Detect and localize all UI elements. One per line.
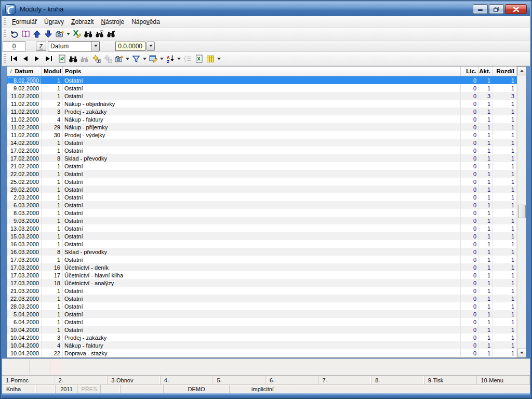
function-key-10[interactable]: 10-Menu [477,376,530,384]
book-button[interactable] [20,28,31,39]
locator-value-input[interactable]: 0.0.0000 [115,42,145,51]
table-row[interactable]: 17.03.200018Účetnictví - analýzy011 [7,279,526,287]
header-akt[interactable]: Akt. [479,66,493,76]
find-button[interactable] [83,28,94,39]
table-row[interactable]: 17.03.200017Účetnictví - hlavní kliha011 [7,271,526,279]
menu-item-nastroje[interactable]: Nástroje [97,17,128,27]
locator-value-dropdown[interactable] [147,42,155,51]
combo-dropdown-button[interactable] [91,42,99,51]
filter-caret[interactable] [142,53,148,64]
last-record-button[interactable] [43,53,54,64]
function-key-4[interactable]: 4- [161,376,214,384]
table-row[interactable]: 16.03.20001Ostatní011 [7,240,526,248]
table-row[interactable]: 6.03.20001Ostatní011 [7,201,526,209]
move-up-button[interactable] [31,28,43,39]
toolbar-grip[interactable] [4,30,6,38]
next-record-button[interactable] [31,53,43,64]
header-lic[interactable]: Lic. [461,66,479,76]
table-row[interactable]: 16.03.20008Sklad - převodky011 [7,248,526,256]
table-row[interactable]: 22.02.20001Ostatní011 [7,170,526,178]
table-row[interactable]: 22.03.20001Ostatní011 [7,295,526,302]
snapshot-button[interactable] [54,28,65,39]
vertical-scrollbar[interactable] [517,66,526,357]
z-button[interactable]: Z [36,42,46,51]
menu-item-zobrazit[interactable]: Zobrazit [68,17,97,27]
table-row[interactable]: 15.03.20001Ostatní011 [7,232,526,240]
function-key-1[interactable]: 1-Pomoc [2,376,55,384]
sort-button[interactable]: A Z [165,53,176,64]
function-key-7[interactable]: 7- [319,376,372,384]
table-row[interactable]: 10.04.20003Prodej - zakázky011 [7,334,526,341]
table-row[interactable]: 11.02.20004Nákup - faktury011 [7,115,526,123]
restore-button[interactable] [489,4,504,14]
first-record-button[interactable] [8,53,20,64]
sort-caret[interactable] [176,53,182,64]
table-row[interactable]: 28.03.20001Ostatní011 [7,302,526,310]
snapshot-caret[interactable] [125,53,130,64]
menu-item-upravy[interactable]: Úpravy [41,17,68,27]
table-row[interactable]: 8.03.20001Ostatní011 [7,209,526,217]
excel-export-button[interactable] [193,53,205,64]
header-modul[interactable]: Modul [42,66,63,76]
header-datum[interactable]: / Datum [7,66,42,76]
toolbar-grip[interactable] [4,18,6,25]
table-row[interactable]: 29.02.20001Ostatní011 [7,185,526,193]
find-button[interactable] [68,53,79,64]
table-row[interactable]: 9.02.20001Ostatní011 [7,84,526,92]
find-again-button[interactable] [94,28,105,39]
table-row[interactable]: 9.03.20001Ostatní011 [7,217,526,224]
table-row[interactable]: 13.03.20001Ostatní011 [7,224,526,232]
undo-button[interactable] [8,28,20,39]
table-row[interactable]: 14.02.20001Ostatní011 [7,139,526,147]
table-row[interactable]: 11.02.20003Prodej - zakázky011 [7,108,526,115]
edit-form-button[interactable] [148,53,159,64]
function-key-2[interactable]: 2- [55,376,108,384]
function-key-9[interactable]: 9-Tisk [424,376,477,384]
table-row[interactable]: 17.03.200016Účetnictví - deník011 [7,263,526,271]
move-down-button[interactable] [43,28,54,39]
table-row[interactable]: 2.03.20001Ostatní011 [7,193,526,201]
filter-button[interactable] [130,53,142,64]
add-record-button[interactable] [90,53,102,64]
table-row[interactable]: 5.04.20001Ostatní011 [7,310,526,318]
menu-item-formular[interactable]: Formulář [8,17,41,27]
field-selector-combo[interactable]: Datum [48,41,100,51]
snapshot-button[interactable] [113,53,125,64]
table-row[interactable]: 10.04.20004Nákup - faktury011 [7,341,526,349]
table-row[interactable]: 21.03.20001Ostatní011 [7,287,526,295]
table-row[interactable]: 8.02.20001Ostatní011 [7,76,526,84]
columns-caret[interactable] [216,53,222,64]
excel-edit-button[interactable] [71,28,83,39]
function-key-5[interactable]: 5- [213,376,266,384]
table-row[interactable]: 17.02.20008Sklad - převodky011 [7,154,526,162]
header-rozdil[interactable]: Rozdíl [493,66,517,76]
menu-item-napoveda[interactable]: Nápověda [128,17,164,27]
function-key-8[interactable]: 8- [371,376,424,384]
table-row[interactable]: 11.02.200030Prodej - výdejky011 [7,131,526,139]
app-icon[interactable] [5,4,16,15]
close-button[interactable] [505,4,527,14]
table-row[interactable]: 11.02.200029Nákup - příjemky011 [7,123,526,131]
function-key-6[interactable]: 6- [266,376,319,384]
table-row[interactable]: 10.04.200022Doprava - stazky011 [7,349,526,357]
scroll-up-button[interactable] [517,66,526,75]
function-key-3[interactable]: 3-Obnov [108,376,161,384]
table-row[interactable]: 17.02.20001Ostatní011 [7,147,526,154]
refresh-button[interactable] [56,53,68,64]
table-row[interactable]: 11.02.20002Nákup - objednávky011 [7,100,526,108]
table-row[interactable]: 11.02.20001Ostatní033 [7,92,526,100]
table-row[interactable]: 21.02.20001Ostatní011 [7,162,526,170]
prev-record-button[interactable] [20,53,31,64]
snapshot-caret[interactable] [65,28,71,39]
scroll-down-button[interactable] [517,349,526,357]
table-row[interactable]: 17.03.20001Ostatní011 [7,256,526,263]
table-row[interactable]: 10.04.20001Ostatní011 [7,326,526,334]
edit-form-caret[interactable] [159,53,165,64]
find-goto-button[interactable] [105,28,117,39]
columns-button[interactable] [205,53,216,64]
minimize-button[interactable] [473,4,488,14]
scrollbar-thumb[interactable] [518,205,526,218]
table-row[interactable]: 25.02.20001Ostatní011 [7,178,526,185]
header-popis[interactable]: Popis [63,66,461,76]
toolbar-grip[interactable] [4,54,6,63]
